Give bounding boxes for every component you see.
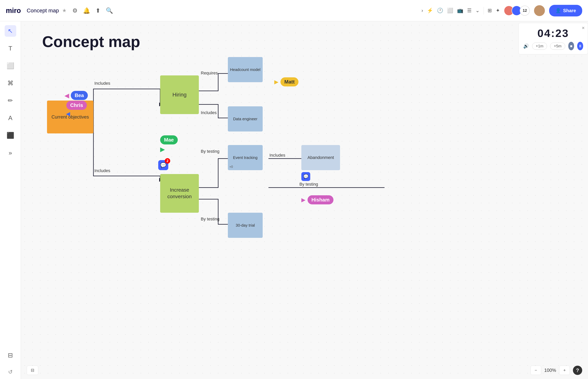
- avatar-group: 12: [504, 6, 530, 16]
- badge-mae: Mae: [160, 135, 178, 144]
- help-button[interactable]: ?: [573, 366, 582, 375]
- label-includes-bottom: Includes: [94, 168, 110, 173]
- share-button[interactable]: 👤 Share: [549, 5, 582, 16]
- timer-controls: 🔊 +1m +5m ■ ⏸: [523, 42, 583, 50]
- canvas: Concept map Includes Includes Requires I…: [21, 21, 588, 379]
- frame-tool[interactable]: ⬛: [5, 129, 16, 141]
- topbar-right: › ⚡ 🕐 ⬜ 📺 ☰ ⌄ ⊞ ✦ 12 👤 Share: [421, 5, 582, 16]
- select-tool[interactable]: ↖: [5, 25, 16, 37]
- bea-cursor-arrow: ◀: [66, 111, 70, 117]
- board-title: Concept map: [27, 8, 59, 14]
- screen-icon[interactable]: ⬜: [447, 8, 453, 14]
- sticky-event-tracking[interactable]: Event tracking +0: [228, 145, 263, 170]
- more-icon[interactable]: ⌄: [476, 8, 480, 14]
- label-includes-top: Includes: [94, 81, 110, 86]
- zoom-level: 100%: [544, 368, 556, 373]
- comment-badge: 2: [165, 158, 170, 164]
- topbar-icons: ⚙ 🔔 ⬆ 🔍: [72, 7, 113, 14]
- timer-sound-icon[interactable]: 🔊: [523, 43, 529, 49]
- label-by-testing-trial: By testing: [201, 217, 220, 221]
- timer-display: 04:23: [523, 27, 583, 39]
- sticky-30-day-trial[interactable]: 30-day trial: [228, 213, 263, 238]
- lightning-icon[interactable]: ⚡: [427, 8, 433, 14]
- avatar-user: [534, 5, 545, 16]
- comment-icon-2[interactable]: 💬: [301, 172, 310, 181]
- sticky-hiring[interactable]: Hiring: [160, 75, 199, 114]
- text2-tool[interactable]: A: [5, 112, 16, 124]
- video-icon[interactable]: 📺: [457, 8, 463, 14]
- timer-pause-button[interactable]: ⏸: [577, 42, 583, 50]
- badge-hisham: Hisham: [308, 195, 334, 204]
- topbar: miro Concept map ★ ⚙ 🔔 ⬆ 🔍 › ⚡ 🕐 ⬜ 📺 ☰ ⌄…: [0, 0, 588, 21]
- layers-tool[interactable]: ⊟: [5, 349, 16, 361]
- chris-cursor-arrow: ◀: [64, 92, 69, 99]
- hisham-cursor-arrow: ▶: [301, 197, 306, 203]
- matt-cursor-arrow: ▶: [274, 79, 279, 85]
- mae-cursor-arrow: ▶: [160, 146, 165, 153]
- share-label: Share: [563, 8, 576, 13]
- sticky-abandonment[interactable]: Abandonment: [301, 145, 340, 170]
- sticky-increase-conversion[interactable]: Increase conversion: [160, 174, 199, 213]
- label-includes-abandon: Includes: [270, 153, 285, 158]
- cursor-matt: ▶ Matt: [274, 77, 299, 86]
- zoom-in-button[interactable]: +: [559, 366, 570, 375]
- layers-button[interactable]: ⊟: [27, 366, 38, 375]
- notifications-icon[interactable]: 🔔: [83, 7, 90, 14]
- label-requires: Requires: [201, 71, 218, 76]
- timer-stop-button[interactable]: ■: [568, 42, 574, 50]
- timer-close-button[interactable]: ×: [582, 25, 585, 31]
- filter-icon[interactable]: ⊞: [488, 8, 492, 14]
- cursor-mae: Mae ▶: [160, 135, 178, 153]
- arrow-icon[interactable]: ›: [421, 8, 423, 14]
- label-by-testing-event: By testing: [201, 149, 220, 154]
- upload-icon[interactable]: ⬆: [95, 7, 100, 14]
- timer-plus5-button[interactable]: +5m: [550, 43, 565, 50]
- canvas-title: Concept map: [42, 33, 140, 51]
- more-tools[interactable]: »: [5, 147, 16, 158]
- sticky-data-engineer[interactable]: Data engineer: [228, 106, 263, 131]
- avatar-count: 12: [520, 6, 530, 16]
- list-icon[interactable]: ☰: [467, 8, 472, 14]
- settings-icon[interactable]: ⚙: [72, 7, 78, 14]
- comment-icon[interactable]: 💬 2: [158, 160, 168, 170]
- pen-tool[interactable]: ✏: [5, 95, 16, 106]
- label-by-testing-long: By testing: [300, 182, 318, 187]
- badge-matt: Matt: [280, 77, 299, 86]
- sticky-tool[interactable]: ⬜: [5, 60, 16, 72]
- undo-tool[interactable]: ↺: [8, 369, 13, 375]
- timer-plus1-button[interactable]: +1m: [532, 43, 547, 50]
- search-icon[interactable]: 🔍: [106, 7, 113, 14]
- label-includes-data: Includes: [201, 110, 217, 115]
- timer-icon[interactable]: 🕐: [437, 8, 443, 14]
- miro-logo: miro: [6, 7, 21, 15]
- cursor-chris: ◀ Bea Chris ◀: [64, 91, 88, 117]
- zoom-controls: − 100% + ?: [531, 366, 582, 375]
- bottombar: ⊟ − 100% + ?: [21, 362, 588, 379]
- star-icon[interactable]: ★: [62, 8, 66, 14]
- left-sidebar: ↖ T ⬜ ⌘ ✏ A ⬛ » ⊟ ↺: [0, 21, 21, 379]
- person-icon: 👤: [555, 8, 561, 13]
- sticky-headcount-model[interactable]: Headcount model: [228, 57, 263, 82]
- timer-panel: × 04:23 🔊 +1m +5m ■ ⏸: [518, 23, 588, 54]
- badge-bea: Bea: [71, 91, 88, 100]
- badge-chris: Chris: [66, 101, 87, 110]
- cursor-hisham: ▶ Hisham: [301, 195, 334, 204]
- shapes-tool[interactable]: ⌘: [5, 77, 16, 89]
- text-tool[interactable]: T: [5, 43, 16, 54]
- star2-icon[interactable]: ✦: [496, 8, 500, 14]
- zoom-out-button[interactable]: −: [531, 366, 541, 375]
